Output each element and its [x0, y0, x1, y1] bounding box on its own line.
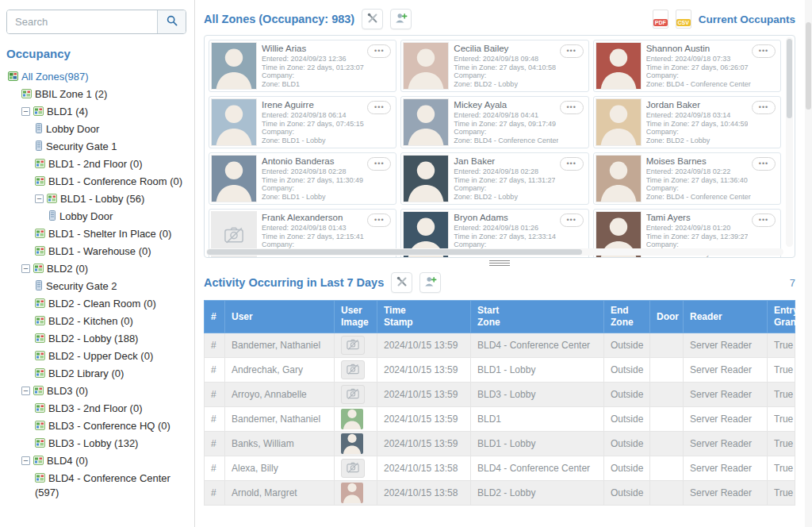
start-zone: BLD1 - Lobby	[471, 358, 604, 383]
activity-add-person-button[interactable]	[419, 272, 441, 293]
cards-vertical-scrollbar-thumb[interactable]	[787, 39, 792, 118]
occupant-menu-button[interactable]: •••	[752, 213, 776, 227]
activity-row: #Arnold, Margret2024/10/15 13:58BLD2 - L…	[205, 481, 795, 506]
end-zone: Outside	[604, 383, 650, 407]
search-input[interactable]	[7, 10, 157, 33]
zone-icon	[47, 193, 57, 206]
tree-item[interactable]: BLD1 - 2nd Floor (0)	[0, 156, 194, 173]
collapse-toggle-icon[interactable]: −	[21, 107, 30, 116]
tree-item[interactable]: Security Gate 2	[0, 278, 194, 295]
occupant-card: Jordan BakerEntered: 2024/09/18 03:14Tim…	[593, 96, 781, 148]
occupant-info: Willie AriasEntered: 2024/09/23 12:36Tim…	[257, 42, 369, 90]
tree-item-label: BBIL Zone 1 (2)	[35, 88, 107, 100]
tree-item[interactable]: BBIL Zone 1 (2)	[0, 86, 194, 103]
no-image-button[interactable]	[341, 459, 365, 478]
cards-vertical-scrollbar[interactable]	[786, 37, 793, 247]
user-name: Arroyo, Annabelle	[225, 383, 335, 407]
tree-item-label: BLD3 - 2nd Floor (0)	[48, 402, 143, 414]
reader: Server Reader	[684, 432, 768, 456]
occupant-name: Jan Baker	[454, 156, 555, 167]
door-icon	[48, 210, 56, 224]
door-icon	[35, 123, 43, 137]
tree-item[interactable]: BLD2 - Upper Deck (0)	[0, 348, 194, 365]
occupant-menu-button[interactable]: •••	[367, 44, 391, 58]
tree-item-label: BLD3 - Conference HQ (0)	[48, 420, 170, 432]
tree-item[interactable]: BLD1 - Shelter In Place (0)	[0, 225, 194, 243]
no-image-button[interactable]	[341, 360, 365, 379]
entry-granted: True	[768, 383, 795, 407]
tree-item[interactable]: BLD2 - Kitchen (0)	[0, 313, 194, 330]
occupants-tools-button[interactable]	[362, 9, 383, 29]
occupant-menu-button[interactable]: •••	[752, 44, 776, 58]
end-zone: Outside	[604, 481, 650, 506]
tree-item[interactable]: BLD1 - Warehouse (0)	[0, 243, 194, 260]
tree-item[interactable]: All Zones(987)	[0, 68, 194, 86]
collapse-toggle-icon[interactable]: −	[21, 264, 30, 273]
occupant-company: Company:	[646, 71, 751, 80]
occupant-menu-button[interactable]: •••	[367, 101, 391, 114]
tree-item[interactable]: −BLD2 (0)	[0, 260, 194, 278]
occupant-menu-button[interactable]: •••	[752, 157, 776, 171]
occupant-menu-button[interactable]: •••	[560, 213, 584, 227]
occupant-company: Company:	[262, 184, 363, 193]
search-button[interactable]	[157, 10, 186, 33]
occupant-info: Shannon AustinEntered: 2024/09/18 07:33T…	[642, 42, 756, 90]
occupant-time-in-zone: Time in Zone: 27 days, 12:39:27	[646, 233, 749, 241]
activity-tools-button[interactable]	[391, 272, 412, 293]
occupant-company: Company:	[646, 128, 749, 137]
current-occupants-link[interactable]: Current Occupants	[699, 13, 795, 25]
occupant-menu-button[interactable]: •••	[752, 101, 776, 114]
occupant-menu-button[interactable]: •••	[560, 157, 584, 171]
tree-item[interactable]: BLD3 - 2nd Floor (0)	[0, 400, 194, 417]
door-icon	[35, 140, 43, 154]
occupant-menu-button[interactable]: •••	[367, 157, 391, 171]
occupant-info: Irene AguirreEntered: 2024/09/18 06:14Ti…	[257, 98, 369, 146]
occupant-menu-button[interactable]: •••	[367, 213, 391, 227]
page-scrollbar[interactable]	[805, 0, 812, 527]
collapse-toggle-icon[interactable]: −	[21, 387, 30, 395]
cards-horizontal-scrollbar[interactable]	[206, 248, 783, 256]
tree-item[interactable]: Lobby Door	[0, 121, 194, 138]
zone-icon	[35, 402, 45, 416]
occupant-zone: Zone: BLD4 - Conference Center	[646, 193, 751, 202]
sidebar: Occupancy All Zones(987)BBIL Zone 1 (2)−…	[0, 0, 195, 527]
tree-item[interactable]: BLD2 - Clean Room (0)	[0, 295, 194, 313]
occupants-add-person-button[interactable]	[390, 9, 412, 29]
tree-item-label: BLD4 - Conference Center (597)	[35, 472, 170, 498]
collapse-toggle-icon[interactable]: −	[21, 456, 30, 465]
tree-item[interactable]: BLD4 - Conference Center (597)	[0, 470, 194, 501]
tree-item[interactable]: Lobby Door	[0, 208, 194, 225]
tree-item-label: BLD1 - Warehouse (0)	[48, 245, 151, 257]
occupant-photo	[596, 98, 642, 146]
occupant-menu-button[interactable]: •••	[560, 101, 584, 114]
tree-item-label: BLD2 Library (0)	[48, 367, 124, 379]
tree-item[interactable]: BLD3 - Conference HQ (0)	[0, 417, 194, 435]
tree-item[interactable]: −BLD3 (0)	[0, 383, 194, 400]
occupant-entered: Entered: 2024/09/18 01:43	[262, 224, 366, 233]
occupant-company: Company:	[454, 71, 556, 80]
user-photo	[341, 433, 363, 454]
export-csv-icon[interactable]: CSV	[676, 10, 691, 29]
tree-item[interactable]: Security Gate 1	[0, 138, 194, 156]
panel-splitter[interactable]	[204, 258, 795, 268]
tree-item[interactable]: −BLD1 (4)	[0, 103, 194, 121]
tree-item[interactable]: BLD2 Library (0)	[0, 365, 194, 383]
tree-item[interactable]: BLD1 - Conference Room (0)	[0, 173, 194, 190]
tree-item[interactable]: BLD2 - Lobby (188)	[0, 330, 194, 348]
tree-item[interactable]: −BLD4 (0)	[0, 452, 194, 470]
no-image-button[interactable]	[341, 336, 365, 355]
export-pdf-icon[interactable]: PDF	[653, 10, 668, 29]
collapse-toggle-icon[interactable]: −	[35, 194, 44, 203]
cards-horizontal-scrollbar-thumb[interactable]	[207, 249, 582, 255]
all-zones-icon	[8, 71, 18, 84]
activity-row: #Bandemer, Nathaniel2024/10/15 13:59BLD1…	[205, 407, 795, 432]
tree-item[interactable]: −BLD1 - Lobby (56)	[0, 190, 194, 208]
occupant-menu-button[interactable]: •••	[560, 44, 584, 58]
no-image-button[interactable]	[341, 385, 365, 404]
page-scrollbar-thumb[interactable]	[806, 22, 811, 110]
time-stamp: 2024/10/15 13:58	[377, 481, 471, 506]
activity-column-header: Entry Granted	[768, 301, 795, 333]
time-stamp: 2024/10/15 13:59	[377, 432, 471, 456]
occupant-entered: Entered: 2024/09/18 02:22	[646, 167, 751, 176]
tree-item[interactable]: BLD3 - Lobby (132)	[0, 435, 194, 452]
